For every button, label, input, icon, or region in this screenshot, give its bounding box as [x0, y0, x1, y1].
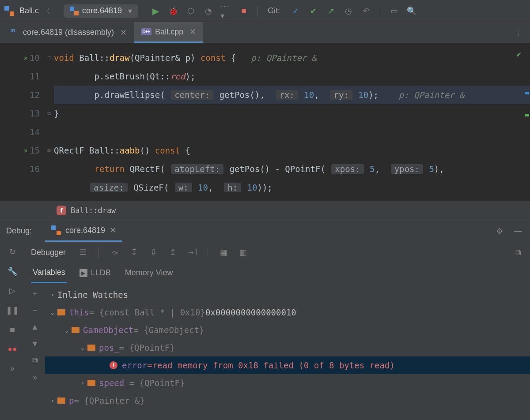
inspection-ok-icon[interactable]: ✔	[516, 49, 521, 59]
copy-icon[interactable]: ⧉	[29, 355, 41, 366]
breadcrumb[interactable]: f Ball::draw	[0, 201, 530, 220]
fold-icon[interactable]: ⊟	[46, 147, 52, 154]
code-editor[interactable]: ✔ 10✕⊟ 11 12 13⊡ 14 15✕⊟ 16 void Ball::d…	[0, 43, 530, 220]
step-over-icon[interactable]: ⤼	[109, 247, 120, 258]
debug-label: Debug:	[6, 226, 32, 236]
step-into-icon[interactable]: ↧	[128, 247, 140, 258]
git-push-icon[interactable]: ↗	[325, 5, 337, 17]
collapse-icon[interactable]: ⌄	[48, 309, 57, 316]
tree-row[interactable]: ⌄pos_ = {QPointF}	[45, 339, 530, 356]
resume-icon[interactable]: ▷	[7, 285, 18, 296]
close-icon[interactable]: ✕	[189, 27, 196, 37]
stop-icon[interactable]: ■	[7, 324, 18, 335]
evaluate-icon[interactable]: ▦	[218, 247, 229, 258]
tab-memory-view[interactable]: Memory View	[123, 263, 175, 283]
fold-end-icon[interactable]: ⊡	[46, 110, 52, 116]
trace-icon[interactable]: ▥	[237, 247, 249, 258]
chevron-down-icon: ▾	[128, 6, 132, 16]
code-area[interactable]: void Ball::draw(QPainter& p) const { p: …	[0, 43, 530, 197]
more-icon[interactable]: »	[7, 363, 18, 374]
gutter[interactable]: 10✕⊟ 11 12 13⊡ 14 15✕⊟ 16	[0, 43, 44, 220]
search-icon[interactable]: 🔍	[406, 5, 417, 17]
line-number: 14	[30, 127, 40, 137]
current-file-label[interactable]: Ball.c	[19, 6, 39, 15]
variables-tree[interactable]: ›Inline Watches ⌄this = {const Ball * | …	[45, 283, 530, 409]
function-badge-icon: f	[57, 206, 66, 215]
debug-icon[interactable]: 🐞	[167, 5, 179, 17]
undo-icon[interactable]: ↶	[360, 5, 372, 17]
step-out-icon[interactable]: ↥	[167, 247, 178, 258]
profile-icon[interactable]: ◔	[203, 5, 214, 17]
git-history-icon[interactable]: ◷	[343, 5, 354, 17]
threads-icon[interactable]: ☰	[77, 247, 89, 258]
git-commit-icon[interactable]: ✔	[307, 5, 319, 17]
disassembly-file-icon	[11, 28, 19, 37]
variables-panel: ＋ － ▲ ▼ ⧉ » ›Inline Watches ⌄this = {con…	[25, 283, 530, 409]
run-config-label: core.64819	[82, 6, 122, 15]
cpp-file-icon	[4, 6, 14, 16]
editor-tabs: core.64819 (disassembly) ✕ C++ Ball.cpp …	[0, 22, 530, 43]
run-debug-toolbar: ▶ 🐞 ⬡ ◔ ⋯ ▾ ■ Git: ✓ ✔ ↗ ◷ ↶ ▭ 🔍	[150, 5, 417, 17]
layout-icon[interactable]: ⧉	[512, 247, 524, 258]
tree-row[interactable]: ⌄GameObject = {GameObject}	[45, 321, 530, 339]
breadcrumb-label: Ball::draw	[71, 206, 116, 215]
collapse-icon[interactable]: ⌄	[78, 344, 87, 351]
down-icon[interactable]: ▼	[29, 338, 41, 349]
variables-side-toolbar: ＋ － ▲ ▼ ⧉ »	[25, 283, 45, 409]
rerun-icon[interactable]: ↻	[7, 246, 18, 258]
tree-row[interactable]: ›speed_ = {QPointF}	[45, 374, 530, 392]
run-to-cursor-icon[interactable]: →I	[186, 247, 198, 258]
up-icon[interactable]: ▲	[29, 321, 41, 333]
run-config-icon	[70, 7, 79, 15]
run-menu-icon[interactable]: ⋯ ▾	[220, 5, 232, 17]
execution-line: p.drawEllipse( center: getPos(), rx: 10,…	[54, 86, 530, 104]
close-icon[interactable]: ✕	[110, 225, 116, 235]
more-icon[interactable]: »	[29, 371, 41, 383]
stop-icon[interactable]: ■	[238, 5, 250, 17]
coverage-icon[interactable]: ⬡	[185, 5, 197, 17]
gear-icon[interactable]: ⚙	[494, 225, 505, 237]
expand-icon[interactable]: ›	[48, 397, 57, 404]
separator	[208, 247, 208, 258]
variable-icon	[57, 398, 65, 404]
close-icon[interactable]: ✕	[120, 28, 127, 38]
fold-icon[interactable]: ⊟	[46, 55, 52, 61]
run-config-icon	[51, 225, 61, 235]
error-stripe-mark[interactable]	[525, 92, 529, 94]
error-stripe-mark[interactable]	[525, 114, 529, 116]
tree-row[interactable]: ›Inline Watches	[45, 286, 530, 304]
pause-icon[interactable]: ❚❚	[7, 304, 18, 316]
collapse-icon[interactable]: ⌄	[62, 326, 72, 334]
tab-ball-cpp[interactable]: C++ Ball.cpp ✕	[134, 22, 203, 43]
debugger-tabs: Variables ▶LLDB Memory View	[25, 263, 530, 283]
override-icon[interactable]: ✕	[24, 49, 27, 67]
tab-variables[interactable]: Variables	[31, 263, 67, 283]
project-tool-icon[interactable]: ▭	[388, 5, 400, 17]
separator	[257, 6, 258, 16]
editor-settings-icon[interactable]: ⋮	[511, 26, 525, 39]
remove-watch-icon[interactable]: －	[29, 304, 41, 316]
tree-row[interactable]: !error = read memory from 0x18 failed (0…	[45, 356, 530, 374]
tab-lldb[interactable]: ▶LLDB	[78, 263, 113, 283]
line-number: 15	[30, 146, 40, 155]
tree-row[interactable]: ›p = {QPainter &}	[45, 392, 530, 409]
variable-icon	[57, 309, 65, 315]
view-breakpoints-icon[interactable]: ●⁠●	[7, 343, 18, 355]
debug-session-label: core.64819	[65, 226, 105, 235]
override-icon[interactable]: ✕	[24, 141, 27, 160]
nav-back-icon[interactable]: 〈	[42, 6, 51, 16]
run-icon[interactable]: ▶	[150, 5, 161, 17]
expand-icon[interactable]: ›	[78, 379, 87, 386]
git-update-icon[interactable]: ✓	[290, 5, 301, 17]
run-configuration-selector[interactable]: core.64819 ▾	[64, 4, 138, 18]
variable-icon	[72, 327, 80, 333]
minimize-icon[interactable]: —	[512, 225, 524, 237]
debug-session-tab[interactable]: core.64819 ✕	[45, 220, 122, 242]
expand-icon[interactable]: ›	[48, 291, 57, 298]
add-watch-icon[interactable]: ＋	[29, 288, 41, 299]
tree-row[interactable]: ⌄this = {const Ball * | 0x10} 0x00000000…	[45, 304, 530, 321]
tab-disassembly[interactable]: core.64819 (disassembly) ✕	[4, 22, 134, 43]
wrench-icon[interactable]: 🔧	[7, 266, 18, 277]
variable-icon	[87, 380, 95, 386]
force-step-into-icon[interactable]: ⇩	[148, 247, 159, 258]
